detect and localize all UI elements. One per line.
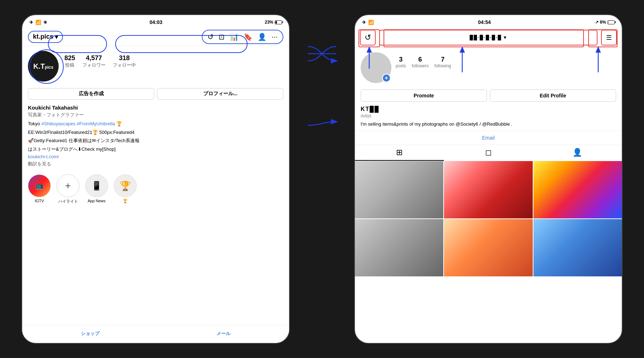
trophy-label: 🏆 [114, 199, 137, 203]
left-status-icons: ✈ 📶 ✳ [29, 20, 47, 25]
bio-line2: EE:Win3/Finalist10/Featured21🏆 500px:Fea… [28, 129, 283, 136]
photo-cell-6[interactable] [533, 219, 622, 276]
hashtag1[interactable]: #Shibuyascapes [42, 121, 75, 126]
bio-name: Koukichi Takahashi [28, 105, 283, 111]
left-profile-section: K.Tpics 825 投稿 4,577 フォロワー 318 フォロー中 [22, 46, 289, 85]
highlight-appnews[interactable]: 📱 App News [85, 174, 108, 204]
photo-cell-2[interactable] [444, 161, 532, 218]
right-menu-button[interactable]: ☰ [601, 30, 617, 45]
right-wifi-icon: 📶 [368, 20, 374, 25]
right-avatar: + [361, 52, 391, 83]
left-status-bar: ✈ 📶 ✳ 04:03 23% [22, 15, 289, 28]
left-stat-followers[interactable]: 4,577 フォロワー [82, 54, 106, 68]
stories-icon[interactable]: ⊡ [219, 33, 225, 41]
history-icon[interactable]: ↺ [208, 33, 214, 41]
right-top-nav: ↺ ██·█·█·█·█ ▾ ☰ [355, 28, 622, 47]
right-email-link[interactable]: Email [482, 135, 494, 141]
right-username-display: KT██ [361, 106, 379, 112]
right-followers-label: followers [412, 63, 429, 68]
avatar-main-text: K.T [33, 62, 45, 70]
right-following-number: 7 [434, 56, 451, 63]
chart-icon[interactable]: 📊 [230, 33, 239, 41]
appnews-label: App News [85, 199, 108, 203]
left-phone: ✈ 📶 ✳ 04:03 23% kt.pics ▾ ↺ ⊡ 📊 � [21, 14, 290, 344]
followers-number: 4,577 [82, 54, 106, 62]
right-bio-text: I'm selling items&prints of my photograp… [361, 121, 616, 128]
bio-subtitle: 写真家・フォトグラファー [28, 112, 283, 118]
right-profile-section: + 3 posts 6 followers 7 following [355, 47, 622, 87]
right-battery-pct: 6% [600, 20, 606, 25]
left-stat-posts[interactable]: 825 投稿 [64, 54, 75, 68]
right-status-icons: ✈ 📶 [362, 20, 374, 25]
airplane-icon: ✈ [29, 20, 33, 25]
photo-cell-4[interactable] [355, 219, 443, 276]
connection-arrows [304, 14, 340, 344]
bio-line1: Tokyo #Shibuyascapes #FromMyUmbrella 🏆 [28, 120, 283, 127]
right-hamburger-icon: ☰ [606, 34, 612, 42]
right-bio-section: KT██ Artist I'm selling items&prints of … [355, 105, 622, 131]
bio-translate[interactable]: 翻訳を見る [28, 161, 283, 167]
right-stat-posts[interactable]: 3 posts [396, 56, 406, 68]
add-photo-button[interactable]: + [382, 74, 391, 82]
add-highlight-label: ハイライト [57, 199, 79, 204]
right-bio-role: Artist [361, 113, 616, 118]
photo-cell-3[interactable] [533, 161, 622, 218]
signal-icon: ✳ [43, 20, 47, 25]
promote-button[interactable]: Promote [361, 90, 487, 102]
igtv-icon: 📺 [35, 182, 43, 190]
posts-label: 投稿 [64, 62, 75, 68]
highlight-trophy[interactable]: 🏆 🏆 [114, 174, 137, 204]
photo-cell-1[interactable] [355, 161, 443, 218]
tab-tagged[interactable]: 👤 [533, 145, 622, 161]
edit-profile-button[interactable]: プロフィール... [157, 88, 283, 100]
grid-icon: ⊞ [396, 148, 402, 157]
left-top-nav: kt.pics ▾ ↺ ⊡ 📊 🔖 👤 ··· [22, 28, 289, 46]
bio-link[interactable]: koukichi-t.com/ [28, 154, 283, 159]
hashtag2[interactable]: #FromMyUmbrella [77, 121, 115, 126]
person-icon: 👤 [572, 148, 582, 157]
left-time: 04:03 [150, 19, 162, 25]
right-status-bar: ✈ 📶 04:54 ↗ 6% [355, 15, 622, 28]
highlight-add[interactable]: + ハイライト [57, 174, 79, 204]
bio-line3: 🚀Getty:Featured1 仕事依頼は✉インスタ/Tech系速報 [28, 137, 283, 144]
avatar-sub-text: pics [45, 65, 53, 70]
create-ad-button[interactable]: 広告を作成 [28, 88, 154, 100]
right-following-label: following [434, 63, 451, 68]
add-person-icon[interactable]: 👤 [258, 33, 267, 41]
right-battery-area: ↗ 6% [595, 20, 615, 25]
right-stat-followers[interactable]: 6 followers [412, 56, 429, 68]
left-action-buttons: 広告を作成 プロフィール... [22, 85, 289, 102]
right-location-icon: ↗ [595, 20, 599, 25]
right-username-button[interactable]: ██·█·█·█·█ ▾ [379, 30, 597, 45]
appnews-icon: 📱 [91, 181, 102, 191]
email-link[interactable]: メール [216, 330, 230, 337]
right-stat-following[interactable]: 7 following [434, 56, 451, 68]
nav-icons-group: ↺ ⊡ 📊 🔖 👤 ··· [202, 30, 283, 44]
right-history-button[interactable]: ↺ [360, 30, 376, 45]
right-stats-row: 3 posts 6 followers 7 following [396, 52, 451, 68]
right-username-text: ██·█·█·█·█ ▾ [470, 35, 507, 40]
arrow-editprofile [308, 122, 336, 125]
highlight-igtv[interactable]: 📺 IGTV [28, 174, 51, 204]
right-photo-grid [355, 161, 622, 276]
right-edit-profile-button[interactable]: Edit Profile [490, 90, 616, 102]
tab-grid[interactable]: ⊞ [355, 145, 444, 161]
more-icon[interactable]: ··· [272, 33, 278, 41]
left-battery-pct: 23% [265, 20, 273, 25]
username-dropdown[interactable]: kt.pics ▾ [28, 31, 63, 43]
right-action-buttons: Promote Edit Profile [355, 87, 622, 105]
bookmark-icon[interactable]: 🔖 [244, 33, 253, 41]
followers-label: フォロワー [82, 62, 106, 68]
shop-link[interactable]: ショップ [81, 330, 99, 337]
wifi-icon: 📶 [35, 20, 41, 25]
right-email-row: Email [355, 131, 622, 145]
left-stat-following[interactable]: 318 フォロー中 [113, 54, 136, 68]
right-history-icon: ↺ [365, 33, 371, 42]
following-label: フォロー中 [113, 62, 136, 68]
tab-square[interactable]: ◻ [444, 145, 533, 161]
square-icon: ◻ [485, 148, 492, 157]
left-bottom-nav: ショップ メール [22, 325, 289, 343]
photo-cell-5[interactable] [444, 219, 532, 276]
right-bio-name: KT██ [361, 106, 616, 112]
left-avatar: K.Tpics [28, 51, 59, 82]
